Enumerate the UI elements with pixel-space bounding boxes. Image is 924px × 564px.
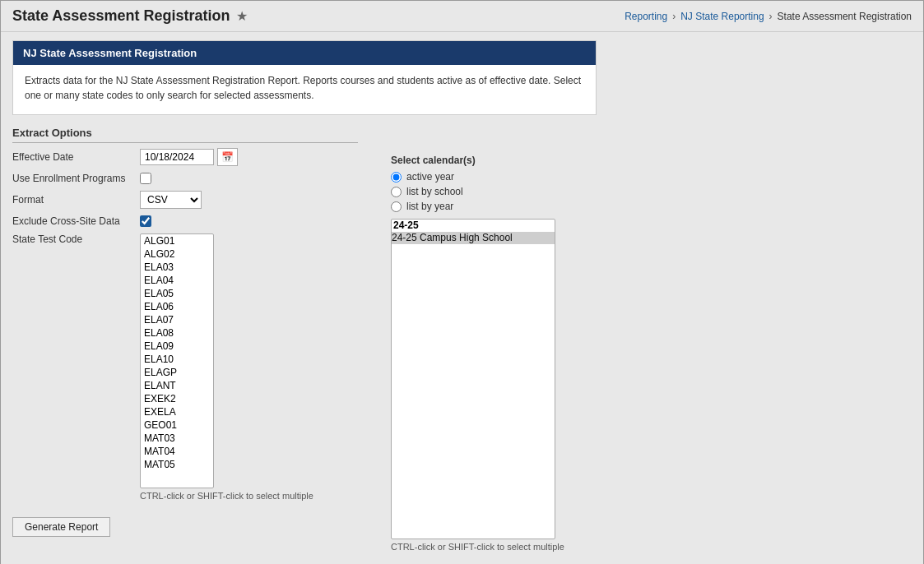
state-test-code-control: ALG01 ALG02 ELA03 ELA04 ELA05 ELA06 ELA0…	[140, 233, 313, 501]
calendar-option-campus-high[interactable]: 24-25 Campus High School	[392, 232, 555, 243]
format-select[interactable]: CSV XML HTML	[140, 191, 202, 209]
breadcrumb-current: State Assessment Registration	[778, 11, 912, 22]
calendar-radio-group: active year list by school list by year	[391, 171, 912, 212]
format-row: Format CSV XML HTML	[12, 191, 358, 209]
format-label: Format	[12, 194, 140, 206]
state-test-code-label: State Test Code	[12, 233, 140, 245]
radio-active-year[interactable]: active year	[391, 171, 912, 183]
page-title: State Assessment Registration	[12, 7, 230, 25]
page-wrapper: State Assessment Registration ★ Reportin…	[0, 0, 924, 564]
enrollment-programs-control	[140, 173, 151, 184]
radio-list-by-school[interactable]: list by school	[391, 186, 912, 197]
calendar-list-select[interactable]: 24-25 Campus High School	[391, 219, 555, 539]
extract-left-col: Extract Options Effective Date 📅 Use Enr…	[12, 127, 358, 552]
breadcrumb-reporting[interactable]: Reporting	[625, 11, 667, 22]
exclude-cross-site-row: Exclude Cross-Site Data	[12, 215, 358, 227]
generate-report-button[interactable]: Generate Report	[12, 517, 110, 537]
state-test-code-row: State Test Code ALG01 ALG02 ELA03 ELA04 …	[12, 233, 358, 501]
radio-active-year-input[interactable]	[391, 172, 402, 183]
panel-header: NJ State Assessment Registration	[13, 41, 596, 65]
breadcrumb-sep-2: ›	[769, 11, 773, 22]
enrollment-programs-label: Use Enrollment Programs	[12, 173, 140, 184]
star-icon[interactable]: ★	[236, 8, 248, 24]
effective-date-row: Effective Date 📅	[12, 148, 358, 166]
radio-list-by-school-label: list by school	[406, 186, 463, 197]
state-test-code-hint: CTRL-click or SHIFT-click to select mult…	[140, 491, 313, 501]
effective-date-input[interactable]	[140, 149, 214, 165]
radio-list-by-school-input[interactable]	[391, 187, 402, 197]
page-title-area: State Assessment Registration ★	[12, 7, 248, 25]
select-calendars-label: Select calendar(s)	[391, 155, 912, 166]
effective-date-control: 📅	[140, 148, 238, 166]
calendar-list-hint: CTRL-click or SHIFT-click to select mult…	[391, 542, 912, 552]
nj-registration-panel: NJ State Assessment Registration Extract…	[12, 40, 597, 115]
radio-list-by-year-label: list by year	[406, 201, 453, 212]
exclude-cross-site-checkbox[interactable]	[140, 215, 151, 227]
extract-options-title: Extract Options	[12, 127, 358, 143]
extract-options-section: Extract Options Effective Date 📅 Use Enr…	[12, 127, 912, 552]
panel-description: Extracts data for the NJ State Assessmen…	[25, 75, 581, 101]
extract-right-col: Select calendar(s) active year list by s…	[391, 127, 912, 552]
breadcrumb-nj-state-reporting[interactable]: NJ State Reporting	[680, 11, 764, 22]
radio-list-by-year-input[interactable]	[391, 201, 402, 212]
calendar-group-24-25: 24-25 Campus High School	[392, 220, 555, 244]
enrollment-programs-checkbox[interactable]	[140, 173, 151, 184]
breadcrumb: Reporting › NJ State Reporting › State A…	[625, 11, 912, 22]
exclude-cross-site-control	[140, 215, 151, 227]
page-header: State Assessment Registration ★ Reportin…	[1, 1, 923, 32]
effective-date-label: Effective Date	[12, 151, 140, 163]
main-content: NJ State Assessment Registration Extract…	[1, 32, 923, 564]
exclude-cross-site-label: Exclude Cross-Site Data	[12, 215, 140, 227]
calendar-icon-button[interactable]: 📅	[217, 148, 238, 166]
radio-active-year-label: active year	[406, 171, 454, 183]
breadcrumb-sep-1: ›	[672, 11, 676, 22]
format-control: CSV XML HTML	[140, 191, 202, 209]
state-test-code-select[interactable]: ALG01 ALG02 ELA03 ELA04 ELA05 ELA06 ELA0…	[140, 233, 214, 488]
enrollment-programs-row: Use Enrollment Programs	[12, 173, 358, 184]
radio-list-by-year[interactable]: list by year	[391, 201, 912, 212]
panel-body: Extracts data for the NJ State Assessmen…	[13, 65, 596, 114]
